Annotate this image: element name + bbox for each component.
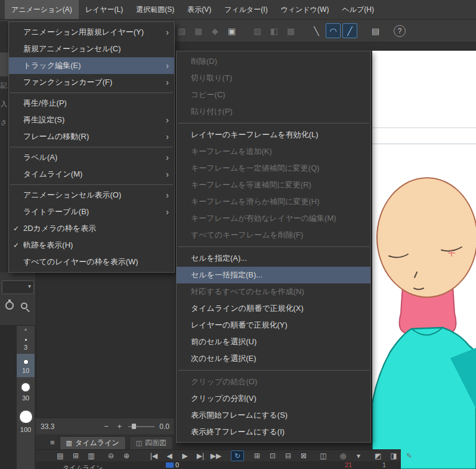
menubar-item-layer[interactable]: レイヤー(L) — [79, 0, 130, 19]
menubar-item-animation[interactable]: アニメーション(A) — [5, 0, 79, 19]
next-frame-icon[interactable]: ▶| — [194, 451, 207, 461]
onion-skin-menu-icon[interactable]: ▾ — [352, 451, 365, 461]
tab-four-views[interactable]: ◫ 四面図 — [129, 436, 173, 449]
numpad-panel-icon[interactable]: ▤ — [368, 23, 383, 38]
onion-skin-icon[interactable]: ◎ — [336, 451, 350, 461]
playhead-marker[interactable] — [166, 462, 174, 468]
menubar-item-window[interactable]: ウィンドウ(W) — [274, 0, 336, 19]
scale-slider[interactable] — [128, 426, 154, 427]
track-edit-item-merge-clips[interactable]: クリップの結合(O) — [177, 374, 370, 390]
new-cell-folder-icon[interactable]: ⊡ — [266, 451, 279, 461]
select-extra-icon[interactable]: ▦ — [191, 23, 206, 38]
track-edit-item-specify-cell[interactable]: セルを指定(A)... — [177, 250, 370, 267]
palette-edge-block — [0, 53, 8, 76]
snap-curve-icon[interactable]: ◠ — [326, 23, 341, 38]
stopwatch-icon[interactable] — [5, 301, 14, 310]
track-edit-item-set-end-frame[interactable]: 表示終了フレームにする(I) — [177, 424, 370, 440]
export-animation-icon[interactable]: ◨ — [387, 451, 400, 461]
scale-slider-handle[interactable] — [132, 424, 136, 429]
animation-menu-item-light-table[interactable]: ライトテーブル(B)› — [9, 203, 174, 220]
track-edit-item-select-prev-cell[interactable]: 前のセルを選択(U) — [177, 334, 370, 350]
first-frame-icon[interactable]: |◀ — [147, 451, 160, 461]
track-edit-item-add-keyframe[interactable]: キーフレームを追加(K) — [177, 143, 370, 160]
transform-frame-icon[interactable]: ▣ — [224, 23, 239, 38]
canvas[interactable] — [372, 51, 476, 469]
select-shape-icon[interactable]: ◆ — [208, 23, 222, 38]
animation-menu-item-show-all-layer-frames[interactable]: すべてのレイヤーの枠を表示(W) — [9, 254, 174, 270]
scale-minus-button[interactable]: − — [102, 422, 110, 431]
chevron-down-icon: ▾ — [28, 283, 31, 289]
brush-size-item[interactable]: 3 — [17, 333, 35, 354]
new-animation-cell-icon[interactable]: ⊞ — [251, 451, 264, 461]
play-icon[interactable]: ▶ — [178, 451, 191, 461]
track-edit-item-normalize-timeline-order[interactable]: タイムラインの順番で正規化(X) — [177, 300, 370, 317]
menubar-item-view[interactable]: 表示(V) — [181, 0, 218, 19]
track-edit-item-enable-layer-keyframes[interactable]: レイヤーのキーフレームを有効化(L) — [177, 126, 370, 143]
track-edit-item-split-clip[interactable]: クリップの分割(V) — [177, 390, 370, 407]
zoom-out-icon[interactable]: ⊖ — [104, 451, 118, 461]
mask-grid-icon[interactable]: ▩ — [283, 23, 298, 38]
timeline-ruler[interactable]: タイムライン 0 21 1 — [36, 461, 401, 469]
snap-line-icon[interactable]: ╲ — [309, 23, 324, 38]
animation-menu-item-label[interactable]: ラベル(A)› — [9, 149, 174, 166]
mask-area-icon[interactable]: ▨ — [250, 23, 265, 38]
track-edit-item-delete[interactable]: 削除(D) — [177, 53, 370, 70]
scale-plus-button[interactable]: + — [115, 422, 123, 431]
tab-timeline[interactable]: ▥ タイムライン — [60, 436, 126, 449]
track-edit-item-select-next-cell[interactable]: 次のセルを選択(E) — [177, 350, 370, 367]
light-table-icon[interactable]: ◫ — [317, 451, 330, 461]
track-edit-item-create-all-cells[interactable]: 対応するすべてのセルを作成(N) — [177, 283, 370, 300]
batch-specify-cell-icon[interactable]: ⊠ — [297, 451, 310, 461]
track-edit-item-keyframe-linear[interactable]: キーフレームを等速補間に変更(R) — [177, 177, 370, 193]
animation-menu-item-play-stop[interactable]: 再生/停止(P) — [9, 95, 174, 112]
animation-menu-item-timeline[interactable]: タイムライン(M)› — [9, 166, 174, 183]
animation-menu-item-move-frame[interactable]: フレームの移動(R)› — [9, 128, 174, 145]
animation-menu-item-show-2d-camera-frame[interactable]: ✓2Dカメラの枠を表示 — [9, 220, 174, 237]
preset-dropdown[interactable]: ▾ — [2, 280, 34, 294]
track-edit-item-set-start-frame[interactable]: 表示開始フレームにする(S) — [177, 407, 370, 424]
help-icon[interactable]: ? — [394, 25, 406, 37]
edit-track-icon[interactable]: ✎ — [403, 451, 416, 461]
track-edit-item-normalize-layer-order[interactable]: レイヤーの順番で正規化(Y) — [177, 317, 370, 334]
track-edit-item-batch-specify-cells[interactable]: セルを一括指定(B)... — [177, 267, 370, 283]
last-frame-icon[interactable]: ▶▶ — [209, 451, 222, 461]
track-edit-item-keyframe-constant[interactable]: キーフレームを一定値補間に変更(Q) — [177, 160, 370, 177]
prev-frame-icon[interactable]: ◀ — [163, 451, 176, 461]
camera-folder-icon[interactable]: ◩ — [372, 451, 385, 461]
timeline-menu-icon[interactable]: ▤ — [54, 451, 67, 461]
menubar-item-help[interactable]: ヘルプ(H) — [335, 0, 381, 19]
menu-item-label: セルを一括指定(B)... — [191, 270, 358, 280]
timeline-list-icon[interactable]: ▥ — [85, 451, 98, 461]
new-timeline-icon[interactable]: ⊞ — [69, 451, 82, 461]
animation-menu-item-show-trajectory[interactable]: ✓軌跡を表示(H) — [9, 237, 174, 254]
animation-menu-item-playback-settings[interactable]: 再生設定(S)› — [9, 112, 174, 128]
select-area-icon[interactable]: ▧ — [174, 23, 189, 38]
animation-menu-item-new-anim-cell[interactable]: 新規アニメーションセル(C) — [9, 41, 174, 57]
zoom-in-icon[interactable]: ⊕ — [120, 451, 133, 461]
loop-playback-icon[interactable]: ↻ — [231, 451, 244, 461]
brush-size-item[interactable]: 30 — [17, 377, 35, 405]
search-icon[interactable] — [21, 303, 27, 309]
track-edit-item-edit-keyframe-layer[interactable]: キーフレームが有効なレイヤーの編集(M) — [177, 210, 370, 227]
brush-size-item[interactable]: 100 — [17, 405, 35, 436]
menu-item-label: 表示終了フレームにする(I) — [191, 427, 358, 437]
track-edit-item-copy[interactable]: コピー(C) — [177, 87, 370, 103]
scroll-up-arrow[interactable]: ▴ — [24, 326, 27, 333]
snap-ruler-icon[interactable]: ╱ — [342, 23, 357, 38]
timeline-selector[interactable]: タイムライン — [63, 464, 103, 469]
menubar-item-filter[interactable]: フィルター(I) — [218, 0, 274, 19]
track-edit-item-paste[interactable]: 貼り付け(P) — [177, 103, 370, 120]
mask-half-icon[interactable]: ◧ — [267, 23, 282, 38]
animation-menu-item-function-curve[interactable]: ファンクションカーブ(F)› — [9, 74, 174, 91]
track-edit-item-keyframe-smooth[interactable]: キーフレームを滑らか補間に変更(H) — [177, 193, 370, 210]
menu-item-label: 2Dカメラの枠を表示 — [23, 223, 162, 234]
panel-menu-icon[interactable]: ≡ — [50, 438, 55, 447]
animation-menu-item-track-edit[interactable]: トラック編集(E)› — [9, 57, 174, 74]
track-edit-item-delete-all-keyframes[interactable]: すべてのキーフレームを削除(F) — [177, 227, 370, 243]
specify-cell-icon[interactable]: ⊟ — [282, 451, 295, 461]
animation-menu-item-cell-display[interactable]: アニメーションセル表示(O)› — [9, 187, 174, 203]
menubar-item-select[interactable]: 選択範囲(S) — [129, 0, 181, 19]
brush-size-item[interactable]: 10 — [17, 354, 35, 377]
animation-menu-item-new-anim-layer[interactable]: アニメーション用新規レイヤー(Y)› — [9, 24, 174, 41]
track-edit-item-cut[interactable]: 切り取り(T) — [177, 70, 370, 87]
